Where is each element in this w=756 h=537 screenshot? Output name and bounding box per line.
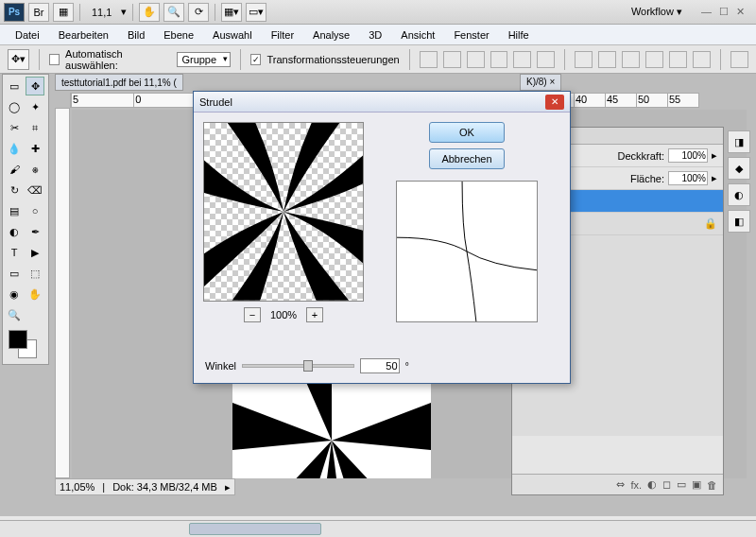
panel-icon[interactable]: ◧ (728, 210, 750, 233)
heal-tool-icon[interactable]: ✚ (26, 139, 44, 158)
menu-3d[interactable]: 3D (359, 26, 391, 43)
menu-bearbeiten[interactable]: Bearbeiten (49, 26, 118, 43)
auto-select-dropdown[interactable]: Gruppe (177, 52, 231, 67)
link-layers-icon[interactable]: ⇔ (616, 478, 625, 491)
new-layer-icon[interactable]: ▣ (692, 478, 701, 491)
auto-align-button[interactable] (730, 51, 748, 68)
blur-tool-icon[interactable]: ○ (26, 201, 44, 220)
zoom-out-button[interactable]: − (244, 307, 261, 322)
move-tool-icon[interactable]: ✥ (26, 77, 44, 95)
menu-auswahl[interactable]: Auswahl (203, 26, 262, 43)
shape-tool-icon[interactable]: ▭ (5, 264, 24, 283)
arrange-icon[interactable]: ▦▾ (221, 3, 242, 22)
bridge-icon[interactable]: Br (28, 3, 49, 22)
3d-camera-icon[interactable]: ◉ (5, 285, 24, 303)
menu-fenster[interactable]: Fenster (444, 26, 498, 43)
cancel-button[interactable]: Abbrechen (429, 148, 505, 169)
transform-controls-checkbox[interactable] (250, 54, 261, 65)
slice-tool-icon[interactable]: ⌗ (26, 118, 44, 137)
distribute-button[interactable] (645, 51, 663, 68)
ok-button[interactable]: OK (429, 122, 505, 143)
filter-preview[interactable] (203, 122, 364, 302)
crop-tool-icon[interactable]: ✂ (5, 118, 24, 137)
strudel-dialog: Strudel ✕ − (193, 91, 571, 384)
dodge-tool-icon[interactable]: ◐ (5, 222, 24, 241)
chevron-right-icon[interactable]: ▸ (712, 149, 717, 162)
mask-icon[interactable]: ◐ (647, 478, 657, 491)
lasso-tool-icon[interactable]: ◯ (5, 97, 24, 116)
menu-ansicht[interactable]: Ansicht (391, 26, 444, 43)
fx-icon[interactable]: fx. (630, 479, 642, 491)
minimize-icon[interactable]: — (701, 6, 712, 18)
align-button[interactable] (420, 51, 438, 68)
angle-slider[interactable] (242, 364, 354, 368)
menu-filter[interactable]: Filter (262, 26, 303, 43)
zoom-level[interactable]: 11,1 (86, 7, 117, 18)
menu-ebene[interactable]: Ebene (154, 26, 203, 43)
eyedropper-tool-icon[interactable]: 💧 (5, 139, 24, 158)
chevron-right-icon[interactable]: ▸ (225, 481, 231, 494)
hand-tool-icon[interactable]: ✋ (26, 285, 44, 303)
distribute-button[interactable] (575, 51, 593, 68)
scrollbar-thumb[interactable] (189, 523, 321, 535)
path-select-icon[interactable]: ▶ (26, 243, 44, 262)
pen-tool-icon[interactable]: ✒ (26, 222, 44, 241)
document-tab[interactable]: testtutorial1.pdf bei 11,1% ( (55, 74, 183, 91)
dialog-titlebar[interactable]: Strudel ✕ (194, 92, 570, 113)
auto-select-checkbox[interactable] (49, 54, 60, 65)
distribute-button[interactable] (669, 51, 687, 68)
eraser-tool-icon[interactable]: ⌫ (26, 181, 44, 199)
menu-bild[interactable]: Bild (118, 26, 154, 43)
chevron-right-icon[interactable]: ▸ (712, 172, 717, 184)
3d-tool-icon[interactable]: ⬚ (26, 264, 44, 283)
trash-icon[interactable]: 🗑 (707, 479, 717, 491)
zoom-tool-icon[interactable]: 🔍 (163, 3, 184, 22)
workspace-switcher[interactable]: Workflow ▾ (624, 4, 690, 20)
stamp-tool-icon[interactable]: ⎈ (26, 160, 44, 179)
menu-hilfe[interactable]: Hilfe (499, 26, 539, 43)
align-button[interactable] (443, 51, 461, 68)
marquee-tool-icon[interactable]: ▭ (5, 77, 24, 95)
close-icon[interactable]: ✕ (545, 95, 564, 110)
group-icon[interactable]: ▭ (677, 478, 686, 491)
adjustment-icon[interactable]: ◻ (662, 478, 671, 491)
fill-input[interactable] (668, 171, 708, 185)
restore-icon[interactable]: ☐ (719, 6, 729, 18)
separator (240, 49, 241, 70)
zoom-in-button[interactable]: + (306, 307, 323, 322)
film-icon[interactable]: ▦ (53, 3, 74, 22)
panel-icon[interactable]: ◨ (728, 130, 750, 153)
type-tool-icon[interactable]: T (5, 243, 24, 262)
align-button[interactable] (490, 51, 508, 68)
panel-icon[interactable]: ◆ (728, 157, 750, 180)
close-icon[interactable]: ✕ (736, 6, 745, 18)
distribute-button[interactable] (622, 51, 640, 68)
cancel-label: Abbrechen (441, 153, 491, 165)
gradient-tool-icon[interactable]: ▤ (5, 201, 24, 220)
chevron-down-icon[interactable]: ▾ (121, 6, 127, 18)
brush-tool-icon[interactable]: 🖌 (5, 160, 24, 179)
horizontal-scrollbar[interactable] (0, 520, 756, 537)
menu-datei[interactable]: Datei (6, 26, 49, 43)
panel-icon[interactable]: ◐ (728, 183, 750, 206)
status-zoom[interactable]: 11,05% (60, 481, 94, 493)
slider-thumb[interactable] (303, 360, 313, 372)
wand-tool-icon[interactable]: ✦ (26, 97, 44, 116)
move-tool-indicator-icon[interactable]: ✥▾ (8, 49, 29, 70)
history-brush-icon[interactable]: ↻ (5, 181, 24, 199)
zoom-tool-icon[interactable]: 🔍 (5, 305, 24, 324)
rotate-icon[interactable]: ⟳ (188, 3, 209, 22)
screenmode-icon[interactable]: ▭▾ (246, 3, 266, 22)
hand-tool-icon[interactable]: ✋ (139, 3, 160, 22)
align-button[interactable] (537, 51, 555, 68)
document-tab-2[interactable]: K)/8) × (520, 74, 561, 91)
align-button[interactable] (467, 51, 485, 68)
angle-input[interactable] (360, 358, 400, 373)
align-button[interactable] (513, 51, 531, 68)
distribute-button[interactable] (693, 51, 711, 68)
distribute-button[interactable] (598, 51, 616, 68)
opacity-input[interactable] (668, 148, 708, 163)
foreground-color-icon[interactable] (9, 330, 27, 349)
color-swatch[interactable] (9, 330, 37, 358)
menu-analyse[interactable]: Analyse (303, 26, 359, 43)
